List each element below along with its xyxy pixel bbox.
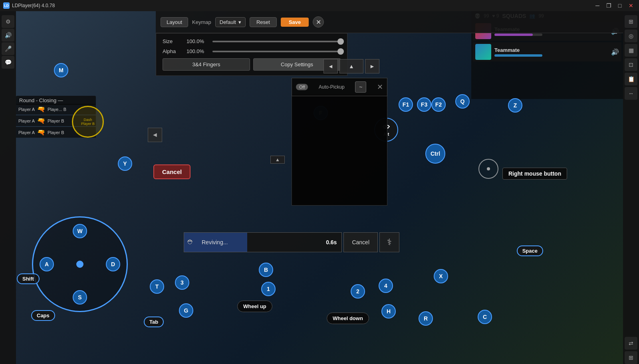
c-key-binding[interactable]: C bbox=[478, 310, 492, 324]
wheel-up-label: Wheel up bbox=[237, 301, 272, 312]
alpha-value: 100.0% bbox=[187, 48, 208, 54]
settings-sidebar-btn[interactable]: ⚙ bbox=[2, 15, 14, 28]
nav-left-arrow[interactable]: ◄ bbox=[323, 59, 338, 73]
panel-buttons: 3&4 Fingers Copy Settings bbox=[163, 58, 341, 71]
weapon-icon-2: 🔫 bbox=[37, 117, 45, 125]
reset-button[interactable]: Reset bbox=[250, 17, 277, 27]
revive-cancel-button[interactable]: Cancel bbox=[343, 232, 378, 252]
t-key-binding[interactable]: T bbox=[150, 279, 164, 294]
b-key-binding[interactable]: B bbox=[259, 263, 273, 277]
health-bar-1 bbox=[494, 34, 542, 36]
right-sidebar: ⊞ ◎ ▦ ⊡ 📋 ↔ ⇄ ⊞ bbox=[623, 11, 639, 364]
alpha-slider[interactable] bbox=[212, 51, 341, 52]
volume-icon-2: 🔊 bbox=[611, 48, 619, 56]
revive-icon: ⚕ bbox=[379, 232, 399, 252]
restore-btn[interactable]: ❐ bbox=[604, 2, 613, 10]
layout-button[interactable]: Layout bbox=[161, 17, 188, 27]
right-btn-8[interactable]: ⊞ bbox=[625, 351, 637, 364]
r-key-binding[interactable]: R bbox=[419, 311, 433, 326]
alpha-row: Alpha 100.0% bbox=[163, 48, 341, 54]
right-btn-5[interactable]: 📋 bbox=[625, 73, 637, 85]
teammate-card-2: Teammate 🔊 bbox=[473, 42, 621, 61]
maximize-btn[interactable]: □ bbox=[615, 2, 625, 10]
tab-key-binding[interactable]: Tab bbox=[144, 317, 164, 327]
teammate-avatar-2 bbox=[475, 44, 491, 60]
right-btn-3[interactable]: ▦ bbox=[625, 44, 637, 57]
teammate-info-2: Teammate bbox=[494, 47, 542, 57]
right-btn-2[interactable]: ◎ bbox=[625, 30, 637, 42]
auto-pickup-panel: Off Auto-Pickup ~ ✕ bbox=[292, 78, 387, 96]
mic-sidebar-btn[interactable]: 🎤 bbox=[2, 42, 14, 55]
right-btn-4[interactable]: ⊡ bbox=[625, 58, 637, 71]
weapon-icon-3: 🔫 bbox=[37, 129, 45, 136]
right-mouse-tooltip: Right mouse button bbox=[502, 168, 567, 180]
ctrl-key-binding[interactable]: Ctrl bbox=[425, 144, 445, 164]
revive-progress: ⛑ Reviving... 0.6s bbox=[184, 232, 342, 252]
a-key-binding[interactable]: A bbox=[40, 257, 54, 271]
right-btn-7[interactable]: ⇄ bbox=[625, 337, 637, 350]
caps-key-binding[interactable]: Caps bbox=[31, 310, 55, 321]
size-slider[interactable] bbox=[212, 41, 341, 42]
app-icon: LD bbox=[3, 2, 10, 9]
z-key-binding[interactable]: Z bbox=[508, 98, 522, 113]
d-key-binding[interactable]: D bbox=[106, 257, 120, 271]
save-button[interactable]: Save bbox=[281, 18, 309, 27]
crosshair-indicator bbox=[478, 159, 498, 179]
minimize-btn[interactable]: ─ bbox=[593, 2, 602, 10]
chat-sidebar-btn[interactable]: 💬 bbox=[2, 56, 14, 69]
alpha-label: Alpha bbox=[163, 48, 183, 54]
y-key-binding[interactable]: Y bbox=[118, 156, 132, 171]
revive-text: Reviving... bbox=[197, 239, 232, 245]
h-key-binding[interactable]: H bbox=[381, 304, 396, 318]
f1-key-binding[interactable]: F1 bbox=[399, 97, 413, 112]
size-label: Size bbox=[163, 38, 183, 44]
shift-key-binding[interactable]: Shift bbox=[17, 273, 40, 284]
auto-pickup-toggle[interactable]: Off bbox=[296, 84, 308, 90]
x-key-binding[interactable]: X bbox=[434, 269, 448, 283]
title-bar-left: LD LDPlayer(64) 4.0.78 bbox=[3, 2, 55, 9]
volume-sidebar-btn[interactable]: 🔊 bbox=[2, 29, 14, 42]
fingers-button[interactable]: 3&4 Fingers bbox=[163, 58, 250, 71]
right-btn-6[interactable]: ↔ bbox=[625, 87, 637, 100]
q-key-binding[interactable]: Q bbox=[455, 94, 470, 109]
tilde-button[interactable]: ~ bbox=[355, 81, 366, 93]
dropdown-arrow-icon: ▾ bbox=[238, 19, 241, 25]
g-key-binding[interactable]: G bbox=[179, 303, 193, 318]
title-bar: LD LDPlayer(64) 4.0.78 ─ ❐ □ ✕ bbox=[0, 0, 639, 11]
nav-left-panel-arrow[interactable]: ◄ bbox=[148, 128, 162, 142]
wheel-down-label: Wheel down bbox=[327, 313, 369, 324]
left-sidebar: ⚙ 🔊 🎤 💬 bbox=[0, 11, 16, 364]
joystick-ring: W A D S bbox=[32, 216, 128, 312]
f2-key-binding[interactable]: F2 bbox=[431, 97, 446, 112]
close-btn[interactable]: ✕ bbox=[626, 2, 636, 10]
w-key-binding[interactable]: W bbox=[73, 224, 87, 238]
m-key-binding[interactable]: M bbox=[54, 63, 68, 77]
num4-key-binding[interactable]: 4 bbox=[379, 279, 393, 293]
size-row: Size 100.0% bbox=[163, 38, 341, 44]
keymap-label: Keymap bbox=[192, 19, 211, 25]
health-bar-2 bbox=[494, 54, 542, 57]
auto-pickup-close[interactable]: ✕ bbox=[377, 83, 383, 91]
keymap-dropdown[interactable]: Default ▾ bbox=[215, 17, 246, 27]
cancel-game-button[interactable]: Cancel bbox=[153, 164, 191, 179]
revive-time: 0.6s bbox=[326, 239, 341, 245]
num1-key-binding[interactable]: 1 bbox=[261, 282, 276, 296]
expand-button[interactable]: ▲ bbox=[270, 156, 285, 164]
weapon-icon-1: 🔫 bbox=[37, 105, 45, 113]
num2-key-binding[interactable]: 2 bbox=[351, 284, 365, 299]
auto-pickup-label: Auto-Pickup bbox=[319, 84, 345, 90]
size-value: 100.0% bbox=[187, 38, 208, 44]
title-bar-controls: ─ ❐ □ ✕ bbox=[593, 2, 636, 10]
joystick-container[interactable]: W A D S bbox=[32, 216, 128, 312]
black-content-panel bbox=[292, 94, 387, 206]
nav-arrows: ◄ ▲ ► bbox=[323, 59, 379, 73]
keymap-close-button[interactable]: ✕ bbox=[313, 16, 324, 28]
nav-up-arrow[interactable]: ▲ bbox=[339, 59, 363, 73]
right-btn-1[interactable]: ⊞ bbox=[625, 15, 637, 28]
nav-right-arrow[interactable]: ► bbox=[365, 59, 379, 73]
teammate-name-2: Teammate bbox=[494, 47, 542, 53]
f3-key-binding[interactable]: F3 bbox=[417, 97, 431, 112]
num3-key-binding[interactable]: 3 bbox=[175, 275, 189, 290]
s-key-binding[interactable]: S bbox=[73, 290, 87, 305]
space-key-binding[interactable]: Space bbox=[517, 245, 543, 256]
